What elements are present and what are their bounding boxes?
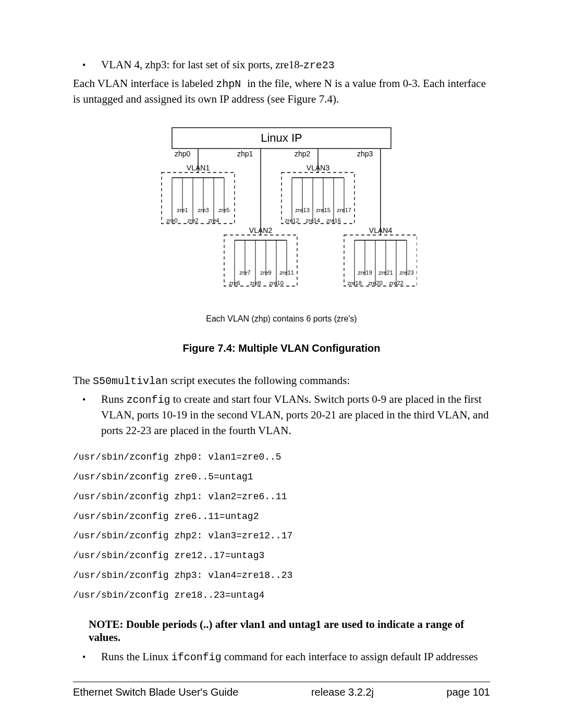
figure-title: Figure 7.4: Multiple VLAN Configuration: [73, 342, 490, 354]
footer-right: page 101: [447, 686, 490, 698]
svg-rect-23: [224, 235, 297, 286]
footer-mid: release 3.2.2j: [311, 686, 374, 698]
diag-top: Linux IP: [261, 131, 302, 144]
page-body: VLAN 4, zhp3: for last set of six ports,…: [0, 0, 563, 728]
zhp0: zhp0: [175, 150, 191, 158]
cmd-line: /usr/sbin/zconfig zre18..23=untag4: [73, 586, 490, 606]
v1t1: zre3: [198, 207, 209, 213]
cmd-line: /usr/sbin/zconfig zhp0: vlan1=zre0..5: [73, 448, 490, 467]
cmd-line: /usr/sbin/zconfig zre0..5=untag1: [73, 467, 490, 487]
v3t2: zre17: [337, 207, 351, 213]
v4t0: zre19: [358, 269, 372, 276]
v1t2: zre5: [218, 207, 229, 213]
bullet-text: VLAN 4, zhp3: for last set of six ports,…: [101, 57, 490, 73]
para-script: The S50multivlan script executes the fol…: [73, 373, 490, 389]
v4t2: zre23: [399, 269, 414, 276]
bullet2-mono1: zconfig: [126, 394, 170, 406]
vlan-diagram-svg: Linux IP zhp0 zhp1 zhp2 zhp3 VLAN1: [146, 122, 417, 300]
bullet3-t2: command for each interface to assign def…: [222, 650, 478, 663]
v3b0: zre12: [285, 217, 299, 224]
figure-caption: Each VLAN (zhp) contains 6 ports (zre's): [73, 314, 490, 324]
v3t1: zre15: [316, 207, 331, 213]
svg-rect-32: [344, 235, 417, 286]
page-footer: Ethernet Switch Blade User's Guide relea…: [73, 682, 490, 698]
para2-t2: script executes the following commands:: [168, 374, 350, 387]
bullet3-mono1: ifconfig: [172, 651, 222, 663]
v2t0: zre7: [239, 269, 250, 276]
bullet-icon: [73, 651, 101, 664]
v1b2: zre4: [208, 217, 219, 224]
svg-rect-5: [162, 172, 235, 224]
v1t0: zre1: [177, 207, 188, 213]
zhp3: zhp3: [357, 150, 373, 158]
v4b2: zre22: [389, 280, 403, 286]
v2b2: zre10: [269, 280, 284, 286]
para2-t1: The: [73, 374, 93, 387]
footer-left: Ethernet Switch Blade User's Guide: [73, 686, 238, 698]
cmd-line: /usr/sbin/zconfig zhp1: vlan2=zre6..11: [73, 487, 490, 507]
bullet1-prefix: VLAN 4, zhp3: for last set of six ports,…: [101, 58, 303, 71]
v2t1: zre9: [260, 269, 271, 276]
cmd-line: /usr/sbin/zconfig zhp3: vlan4=zre18..23: [73, 566, 490, 586]
v2b0: zre6: [229, 280, 240, 286]
bullet-vlan4: VLAN 4, zhp3: for last set of six ports,…: [73, 57, 490, 73]
v2t2: zre11: [279, 269, 294, 276]
zhp2: zhp2: [295, 150, 311, 158]
bullet-icon: [73, 393, 101, 406]
para2-mono1: S50multivlan: [93, 375, 168, 387]
bullet2-text: Runs zconfig to create and start four VL…: [101, 392, 490, 438]
bullet3-t1: Runs the Linux: [101, 650, 172, 663]
para1-mono1: zhpN: [216, 78, 247, 90]
cmd-line: /usr/sbin/zconfig zhp2: vlan3=zre12..17: [73, 526, 490, 546]
v4b1: zre20: [368, 280, 383, 286]
v1b0: zre0: [166, 217, 177, 224]
v4t1: zre21: [378, 269, 393, 276]
v3b2: zre16: [326, 217, 341, 224]
note-text: NOTE: Double periods (..) after vlan1 an…: [89, 618, 490, 644]
bullet2-t1: Runs: [101, 393, 126, 405]
cmd-line: /usr/sbin/zconfig zre6..11=untag2: [73, 507, 490, 527]
bullet-icon: [73, 59, 101, 72]
bullet1-mono: zre23: [303, 59, 335, 71]
cmd-line: /usr/sbin/zconfig zre12..17=untag3: [73, 546, 490, 566]
v4b0: zre18: [347, 280, 362, 286]
command-block: /usr/sbin/zconfig zhp0: vlan1=zre0..5 /u…: [73, 448, 490, 605]
para1-t1: Each VLAN interface is labeled: [73, 77, 216, 90]
svg-rect-14: [282, 172, 354, 224]
bullet-ifconfig: Runs the Linux ifconfig command for each…: [73, 649, 490, 665]
v3t0: zre13: [295, 207, 310, 213]
zhp1: zhp1: [237, 150, 253, 158]
v2b1: zre8: [250, 280, 261, 286]
para-intro: Each VLAN interface is labeled zhpN in t…: [73, 76, 490, 107]
v3b1: zre14: [305, 217, 320, 224]
v1b1: zre2: [187, 217, 198, 224]
bullet3-text: Runs the Linux ifconfig command for each…: [101, 649, 490, 665]
bullet-zconfig: Runs zconfig to create and start four VL…: [73, 392, 490, 438]
figure-diagram: Linux IP zhp0 zhp1 zhp2 zhp3 VLAN1: [73, 122, 490, 324]
